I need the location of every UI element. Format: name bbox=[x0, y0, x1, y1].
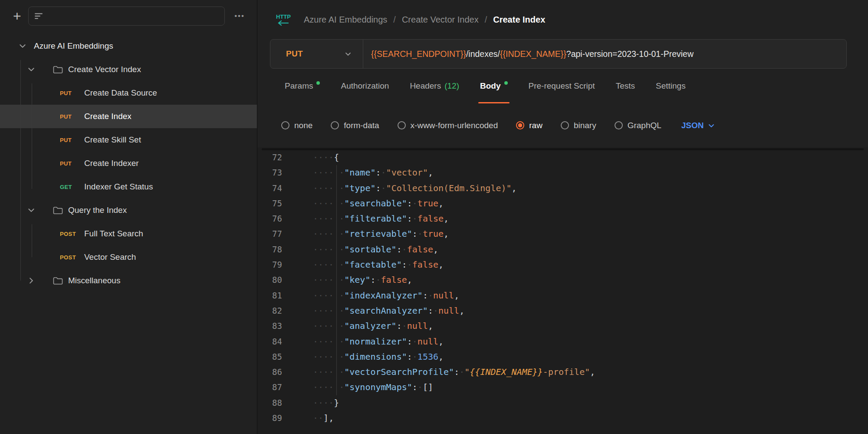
tab-pre-request-script[interactable]: Pre-request Script bbox=[528, 69, 596, 103]
sidebar-request-create-indexer[interactable]: PUTCreate Indexer bbox=[0, 152, 257, 175]
tab-settings[interactable]: Settings bbox=[655, 69, 687, 103]
code-content: ···· ·"key":·false, bbox=[313, 272, 412, 288]
sidebar-folder-query-the-index[interactable]: Query the Index bbox=[0, 199, 257, 222]
body-language-select[interactable]: JSON bbox=[681, 121, 715, 130]
more-options-icon[interactable]: ••• bbox=[232, 12, 247, 20]
code-line: 83···· ·"analyzer":·null, bbox=[257, 318, 868, 334]
tab-authorization[interactable]: Authorization bbox=[340, 69, 390, 103]
radio-selected-icon bbox=[516, 121, 524, 129]
tab-label: Pre-request Script bbox=[529, 81, 595, 91]
tab-params[interactable]: Params bbox=[284, 69, 321, 103]
code-content: ···· ·"filterable":·false, bbox=[313, 211, 449, 226]
radio-icon bbox=[615, 121, 623, 129]
breadcrumb-item-create-vector-index[interactable]: Create Vector Index bbox=[402, 15, 479, 25]
tree-item-label: Create Index bbox=[84, 112, 132, 121]
method-badge: PUT bbox=[60, 137, 82, 143]
body-mode-binary[interactable]: binary bbox=[561, 121, 596, 130]
code-line: 76···· ·"filterable":·false, bbox=[257, 211, 868, 226]
code-line: 82···· ·"searchAnalyzer":·null, bbox=[257, 303, 868, 318]
method-badge: PUT bbox=[60, 113, 82, 120]
code-line: 85···· ·"dimensions":·1536, bbox=[257, 349, 868, 364]
url-input[interactable]: {{SEARCH_ENDPOINT}}/indexes/{{INDEX_NAME… bbox=[363, 49, 701, 59]
sidebar-toolbar: + ••• bbox=[0, 0, 257, 32]
tab-label: Headers bbox=[410, 81, 441, 91]
code-content: ···· ·"type":·"Collection(Edm.Single)", bbox=[313, 181, 517, 196]
line-number: 74 bbox=[257, 181, 282, 196]
radio-icon bbox=[281, 121, 289, 129]
tab-body[interactable]: Body bbox=[479, 69, 509, 103]
line-number: 84 bbox=[257, 334, 282, 349]
chevron-down-icon[interactable] bbox=[27, 66, 36, 73]
tree-item-label: Query the Index bbox=[68, 205, 127, 215]
green-dot bbox=[504, 81, 508, 85]
breadcrumb-item-azure-ai-embeddings[interactable]: Azure AI Embeddings bbox=[304, 15, 387, 25]
sidebar-request-indexer-get-status[interactable]: GETIndexer Get Status bbox=[0, 175, 257, 199]
code-content: ···· ·"analyzer":·null, bbox=[313, 318, 433, 334]
breadcrumb: Azure AI Embeddings/Create Vector Index/… bbox=[304, 15, 545, 25]
line-number: 80 bbox=[257, 272, 282, 288]
sidebar-request-full-text-search[interactable]: POSTFull Text Search bbox=[0, 222, 257, 245]
code-content: ···· ·"synonymMaps":·[] bbox=[313, 380, 433, 395]
code-line: 73···· ·"name":·"vector", bbox=[257, 165, 868, 180]
body-mode-form-data[interactable]: form-data bbox=[331, 121, 379, 130]
code-line: 72····{ bbox=[257, 150, 868, 165]
tab-label: Settings bbox=[656, 81, 686, 91]
svg-text:HTTP: HTTP bbox=[276, 13, 291, 20]
body-mode-graphql[interactable]: GraphQL bbox=[615, 121, 661, 130]
sidebar-collection-azure-ai-embeddings[interactable]: Azure AI Embeddings bbox=[0, 34, 257, 58]
tree-item-label: Vector Search bbox=[84, 252, 136, 262]
sidebar-folder-create-vector-index[interactable]: Create Vector Index bbox=[0, 58, 257, 81]
code-content: ···· ·"sortable":·false, bbox=[313, 242, 438, 257]
chevron-down-icon bbox=[708, 122, 715, 129]
request-bar: PUT {{SEARCH_ENDPOINT}}/indexes/{{INDEX_… bbox=[270, 39, 847, 69]
sidebar-request-create-data-source[interactable]: PUTCreate Data Source bbox=[0, 81, 257, 105]
chevron-right-icon[interactable] bbox=[27, 277, 36, 285]
line-number: 76 bbox=[257, 211, 282, 226]
code-content: ···· ·"normalizer":·null, bbox=[313, 334, 444, 349]
tree-item-label: Create Indexer bbox=[84, 159, 139, 168]
body-editor[interactable]: 72····{73···· ·"name":·"vector",74···· ·… bbox=[257, 147, 868, 434]
body-mode-raw[interactable]: raw bbox=[516, 121, 542, 130]
tree-item-label: Create Skill Set bbox=[84, 135, 141, 145]
body-mode-x-www-form-urlencoded[interactable]: x-www-form-urlencoded bbox=[398, 121, 498, 130]
sidebar-filter-box[interactable] bbox=[28, 7, 225, 26]
breadcrumb-item-create-index[interactable]: Create Index bbox=[493, 15, 545, 25]
tree-item-label: Indexer Get Status bbox=[84, 182, 153, 192]
mode-label: none bbox=[294, 121, 312, 130]
request-bar-row: PUT {{SEARCH_ENDPOINT}}/indexes/{{INDEX_… bbox=[257, 39, 868, 69]
breadcrumb-separator: / bbox=[485, 15, 487, 25]
tab-label: Tests bbox=[616, 81, 635, 91]
line-number: 87 bbox=[257, 380, 282, 395]
sidebar-request-create-index[interactable]: PUTCreate Index bbox=[0, 105, 257, 128]
url-variable: {{INDEX_NAME}} bbox=[500, 49, 566, 59]
tab-tests[interactable]: Tests bbox=[615, 69, 636, 103]
collection-tree: Azure AI EmbeddingsCreate Vector IndexPU… bbox=[0, 34, 257, 292]
chevron-down-icon[interactable] bbox=[18, 42, 27, 50]
code-content: ··], bbox=[313, 411, 334, 426]
chevron-down-icon[interactable] bbox=[27, 206, 36, 214]
new-request-button[interactable]: + bbox=[13, 9, 21, 23]
method-badge: GET bbox=[60, 184, 82, 190]
code-content: ···· ·"vectorSearchProfile":·"{{INDEX_NA… bbox=[313, 364, 595, 380]
tab-label: Body bbox=[480, 81, 501, 91]
sidebar-filter-input[interactable] bbox=[48, 12, 218, 21]
app-window: + ••• Azure AI EmbeddingsCreate Vector I… bbox=[0, 0, 868, 434]
sidebar-request-create-skill-set[interactable]: PUTCreate Skill Set bbox=[0, 128, 257, 152]
mode-label: raw bbox=[529, 121, 542, 130]
green-dot bbox=[316, 81, 320, 85]
method-label: PUT bbox=[286, 49, 303, 59]
url-variable: {{SEARCH_ENDPOINT}} bbox=[371, 49, 466, 59]
method-select[interactable]: PUT bbox=[270, 40, 363, 68]
line-number: 86 bbox=[257, 364, 282, 380]
sidebar-request-vector-search[interactable]: POSTVector Search bbox=[0, 245, 257, 269]
tree-item-label: Create Vector Index bbox=[68, 65, 141, 74]
tab-headers[interactable]: Headers(12) bbox=[409, 69, 460, 103]
folder-icon bbox=[53, 66, 63, 74]
method-badge: PUT bbox=[60, 90, 82, 96]
folder-icon bbox=[53, 277, 63, 285]
sidebar-folder-miscellaneous[interactable]: Miscellaneous bbox=[0, 269, 257, 292]
body-mode-none[interactable]: none bbox=[281, 121, 312, 130]
editor-scrollbar[interactable] bbox=[262, 148, 864, 150]
code-line: 81···· ·"indexAnalyzer":·null, bbox=[257, 288, 868, 303]
code-content: ····{ bbox=[313, 150, 339, 165]
